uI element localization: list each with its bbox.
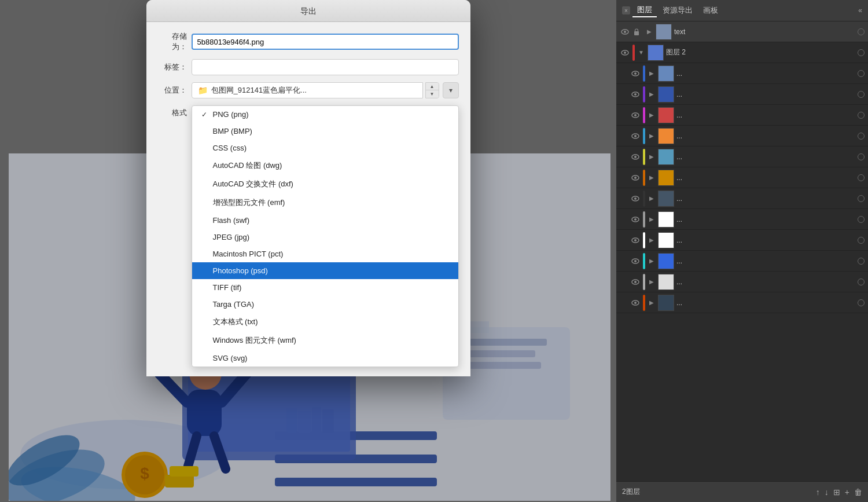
- layer-eye-10[interactable]: [630, 235, 641, 245]
- layer-eye-1[interactable]: [620, 47, 630, 58]
- dialog-body: 存储为： 标签： 位置： 📁 包图网_912141蓝色扁平化...: [146, 22, 470, 376]
- layer-lock-0: [632, 28, 641, 36]
- layer-expand-8[interactable]: ▶: [648, 195, 656, 201]
- layer-expand-5[interactable]: ▶: [648, 133, 656, 139]
- location-chevron-btn[interactable]: ▾: [443, 82, 459, 98]
- layer-name-5: ...: [676, 132, 855, 140]
- layer-eye-0[interactable]: [620, 27, 630, 37]
- layer-name-6: ...: [676, 153, 855, 161]
- layer-thumb-11: [658, 253, 674, 269]
- export-down-icon[interactable]: ↓: [825, 488, 829, 497]
- canvas-area: $ 导出 存储为：: [0, 0, 616, 502]
- panel-expand-icon[interactable]: «: [858, 6, 862, 14]
- layer-item-1[interactable]: ▼图层 2: [616, 42, 868, 63]
- format-option-psd[interactable]: Photoshop (psd): [192, 262, 458, 279]
- layer-name-4: ...: [676, 111, 855, 119]
- layer-expand-13[interactable]: ▶: [648, 299, 656, 306]
- layer-expand-6[interactable]: ▶: [648, 153, 656, 160]
- location-down-btn[interactable]: ▼: [426, 90, 439, 98]
- layer-expand-2[interactable]: ▶: [648, 70, 656, 76]
- format-option-dxf[interactable]: AutoCAD 交换文件 (dxf): [192, 175, 458, 193]
- tag-input[interactable]: [192, 59, 459, 75]
- layer-item-8[interactable]: ▶...: [616, 188, 868, 209]
- layer-circle-13: [858, 299, 865, 306]
- format-option-dwg[interactable]: AutoCAD 绘图 (dwg): [192, 156, 458, 175]
- layer-color-bar-11: [643, 253, 645, 269]
- layer-circle-1: [858, 49, 865, 56]
- layer-expand-3[interactable]: ▶: [648, 91, 656, 97]
- layer-eye-2[interactable]: [630, 68, 641, 79]
- filename-input[interactable]: [192, 34, 459, 50]
- layer-item-2[interactable]: ▶...: [616, 63, 868, 84]
- layer-item-12[interactable]: ▶...: [616, 272, 868, 292]
- format-option-txt[interactable]: 文本格式 (txt): [192, 313, 458, 331]
- layer-count-label: 2图层: [622, 487, 640, 497]
- dialog-titlebar: 导出: [146, 0, 470, 22]
- layer-item-13[interactable]: ▶...: [616, 292, 868, 313]
- layer-item-10[interactable]: ▶...: [616, 230, 868, 251]
- panel-tab-画板[interactable]: 画板: [698, 4, 723, 17]
- layer-eye-13[interactable]: [630, 298, 641, 308]
- layer-expand-11[interactable]: ▶: [648, 258, 656, 264]
- format-label-bmp: BMP (BMP): [213, 127, 252, 135]
- panel-tab-资源导出[interactable]: 资源导出: [658, 4, 697, 17]
- svg-point-31: [624, 31, 626, 33]
- layer-expand-9[interactable]: ▶: [648, 216, 656, 222]
- layer-expand-0[interactable]: ▶: [645, 28, 653, 35]
- layer-item-11[interactable]: ▶...: [616, 251, 868, 272]
- layer-item-3[interactable]: ▶...: [616, 84, 868, 105]
- format-option-tga[interactable]: Targa (TGA): [192, 296, 458, 313]
- format-label-jpg: JPEG (jpg): [213, 233, 250, 241]
- layer-item-7[interactable]: ▶...: [616, 167, 868, 188]
- layer-item-4[interactable]: ▶...: [616, 105, 868, 126]
- layer-circle-10: [858, 237, 865, 244]
- layer-expand-1[interactable]: ▼: [637, 49, 645, 56]
- layer-item-6[interactable]: ▶...: [616, 146, 868, 167]
- panel-tab-图层[interactable]: 图层: [632, 3, 657, 17]
- location-button[interactable]: 📁 包图网_912141蓝色扁平化...: [192, 82, 423, 98]
- layer-eye-7[interactable]: [630, 173, 641, 183]
- layer-item-5[interactable]: ▶...: [616, 126, 868, 146]
- new-canvas-icon[interactable]: ⊞: [833, 488, 840, 497]
- layer-expand-7[interactable]: ▶: [648, 174, 656, 181]
- panel-close-button[interactable]: ×: [622, 6, 630, 14]
- location-up-btn[interactable]: ▲: [426, 83, 439, 90]
- format-option-jpg[interactable]: JPEG (jpg): [192, 229, 458, 245]
- layer-thumb-4: [658, 107, 674, 123]
- format-option-wmf[interactable]: Windows 图元文件 (wmf): [192, 331, 458, 350]
- format-option-svg[interactable]: SVG (svg): [192, 350, 458, 367]
- format-label: 格式: [158, 105, 187, 118]
- location-label: 位置：: [158, 85, 187, 96]
- format-option-swf[interactable]: Flash (swf): [192, 212, 458, 229]
- add-layer-icon[interactable]: +: [845, 488, 849, 497]
- layer-expand-10[interactable]: ▶: [648, 237, 656, 243]
- delete-layer-icon[interactable]: 🗑: [854, 488, 862, 497]
- format-option-pct[interactable]: Macintosh PICT (pct): [192, 245, 458, 262]
- layer-expand-12[interactable]: ▶: [648, 279, 656, 285]
- layer-item-0[interactable]: ▶text: [616, 21, 868, 42]
- layer-eye-12[interactable]: [630, 277, 641, 287]
- layer-eye-3[interactable]: [630, 89, 641, 100]
- layer-name-2: ...: [676, 69, 855, 78]
- layer-circle-5: [858, 133, 865, 140]
- layer-thumb-6: [658, 149, 674, 165]
- layer-thumb-10: [658, 232, 674, 248]
- format-option-emf[interactable]: 增强型图元文件 (emf): [192, 193, 458, 212]
- layer-name-1: 图层 2: [666, 47, 855, 57]
- layer-item-9[interactable]: ▶...: [616, 209, 868, 230]
- layer-eye-8[interactable]: [630, 193, 641, 204]
- format-option-bmp[interactable]: BMP (BMP): [192, 123, 458, 140]
- layer-eye-4[interactable]: [630, 110, 641, 120]
- format-option-png[interactable]: ✓PNG (png): [192, 106, 458, 123]
- layer-eye-5[interactable]: [630, 131, 641, 141]
- layer-eye-6[interactable]: [630, 152, 641, 162]
- layer-expand-4[interactable]: ▶: [648, 112, 656, 118]
- format-label-tga: Targa (TGA): [213, 300, 255, 309]
- format-option-css[interactable]: CSS (css): [192, 140, 458, 156]
- format-option-tif[interactable]: TIFF (tif): [192, 279, 458, 296]
- export-up-icon[interactable]: ↑: [816, 488, 820, 497]
- svg-point-58: [634, 302, 637, 304]
- layer-eye-9[interactable]: [630, 214, 641, 225]
- layer-color-bar-7: [643, 170, 645, 186]
- layer-eye-11[interactable]: [630, 256, 641, 266]
